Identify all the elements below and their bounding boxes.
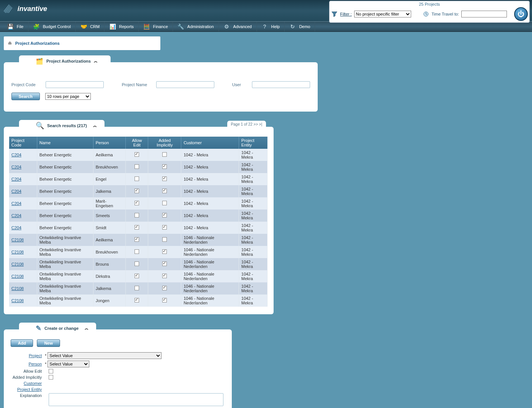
cell-project-code[interactable]: C204	[9, 197, 37, 210]
cell-project-code[interactable]: C204	[9, 185, 37, 197]
cell-impl	[148, 210, 181, 222]
pager[interactable]: Page 1 of 22 >> >|	[227, 121, 266, 128]
filter-link[interactable]: Filter :	[340, 12, 352, 16]
search-button[interactable]: Search	[11, 93, 40, 100]
allow-checkbox[interactable]	[135, 286, 139, 290]
add-button[interactable]: Add	[11, 339, 33, 347]
cell-entity: 1042 - Mekra	[239, 282, 268, 295]
rows-per-page-select[interactable]: 10 rows per page	[45, 93, 91, 100]
cell-project-code[interactable]: C2108	[9, 258, 37, 270]
col-project-code[interactable]: Project Code	[9, 137, 37, 149]
new-button[interactable]: New	[37, 339, 60, 347]
results-tab[interactable]: 🔍 Search results (217) ︽	[19, 120, 104, 131]
allow-checkbox[interactable]	[135, 189, 139, 193]
form-customer-label[interactable]: Customer	[11, 381, 45, 386]
col-name[interactable]: Name	[37, 137, 93, 149]
allow-checkbox[interactable]	[135, 213, 139, 217]
funnel-icon	[331, 11, 338, 17]
allow-checkbox[interactable]	[135, 152, 139, 157]
allow-checkbox[interactable]	[135, 225, 139, 230]
cell-customer: 1046 - Nationale Nederlanden	[181, 246, 239, 258]
allow-checkbox[interactable]	[135, 237, 139, 242]
cell-project-code[interactable]: C204	[9, 222, 37, 234]
menu-reports[interactable]: 📊Reports	[104, 22, 139, 32]
search-panel: 🗂️ Project Authorizations ︽ Project Code…	[4, 62, 318, 112]
table-row: C204Beheer EnergeticSmidt1042 - Mekra104…	[9, 222, 268, 234]
form-tab[interactable]: ✎ Create or change ︽	[19, 323, 96, 334]
cell-project-code[interactable]: C2108	[9, 234, 37, 246]
form-person-select[interactable]: Select Value	[48, 361, 89, 367]
allow-checkbox[interactable]	[135, 298, 139, 302]
allow-checkbox[interactable]	[135, 249, 139, 254]
impl-checkbox[interactable]	[162, 261, 167, 266]
cell-project-code[interactable]: C2108	[9, 295, 37, 307]
form-entity-label[interactable]: Project Entity	[11, 387, 45, 392]
cell-project-code[interactable]: C2108	[9, 282, 37, 295]
cell-project-code[interactable]: C204	[9, 161, 37, 173]
power-button[interactable]: ⏻	[514, 7, 528, 21]
col-customer[interactable]: Customer	[181, 137, 239, 149]
search-tab[interactable]: 🗂️ Project Authorizations ︽	[19, 55, 111, 67]
cell-person: Engel	[93, 173, 126, 185]
cell-project-code[interactable]: C204	[9, 210, 37, 222]
menu-file[interactable]: 💾File	[2, 22, 28, 32]
menu-demo[interactable]: ↻Demo	[285, 22, 315, 32]
allow-checkbox[interactable]	[135, 274, 139, 278]
menu-help[interactable]: ?Help	[257, 22, 285, 32]
form-explanation-input[interactable]	[49, 393, 223, 406]
form-person-label[interactable]: Person	[11, 362, 45, 366]
cell-entity: 1042 - Mekra	[239, 149, 268, 161]
cell-project-code[interactable]: C204	[9, 173, 37, 185]
search-tab-label: Project Authorizations	[46, 59, 91, 63]
impl-checkbox[interactable]	[162, 164, 167, 169]
menu-icon: 💾	[7, 23, 14, 30]
form-allow-checkbox[interactable]	[49, 369, 53, 373]
cell-person: Breukhoven	[93, 246, 126, 258]
impl-checkbox[interactable]	[162, 176, 167, 181]
allow-checkbox[interactable]	[135, 176, 139, 181]
form-project-select[interactable]: Select Value	[48, 352, 162, 359]
allow-checkbox[interactable]	[135, 261, 139, 266]
col-person[interactable]: Person	[93, 137, 126, 149]
table-row: C2108Ontwikkeling Invantive MelbaBreukho…	[9, 246, 268, 258]
project-name-label: Project Name	[122, 82, 150, 87]
impl-checkbox[interactable]	[162, 298, 167, 302]
allow-checkbox[interactable]	[135, 164, 139, 169]
table-row: C204Beheer EnergeticEngel1042 - Mekra104…	[9, 173, 268, 185]
impl-checkbox[interactable]	[162, 274, 167, 278]
menu-advanced[interactable]: ⚙Advanced	[219, 22, 257, 32]
col-project-entity[interactable]: Project Entity	[239, 137, 268, 149]
impl-checkbox[interactable]	[162, 249, 167, 254]
col-added-implicitly[interactable]: Added Implicitly	[148, 137, 181, 149]
impl-checkbox[interactable]	[162, 152, 167, 157]
form-impl-checkbox[interactable]	[49, 375, 53, 380]
impl-checkbox[interactable]	[162, 237, 167, 242]
cell-project-code[interactable]: C2108	[9, 270, 37, 282]
user-input[interactable]	[252, 81, 310, 88]
time-travel-input[interactable]	[461, 11, 507, 17]
menu-budget-control[interactable]: 🧩Budget Control	[28, 22, 76, 32]
menu-label: Demo	[299, 24, 310, 29]
cell-project-code[interactable]: C204	[9, 149, 37, 161]
impl-checkbox[interactable]	[162, 213, 167, 217]
form-project-label[interactable]: Project	[11, 353, 45, 358]
cell-project-code[interactable]: C2108	[9, 246, 37, 258]
filter-select[interactable]: No project specific filter	[354, 11, 411, 17]
menu-finance[interactable]: 🧮Finance	[139, 22, 173, 32]
results-table: Project CodeNamePersonAllow EditAdded Im…	[9, 137, 268, 307]
cell-entity: 1042 - Mekra	[239, 246, 268, 258]
chevron-up-icon: ︽	[93, 123, 97, 128]
col-allow-edit[interactable]: Allow Edit	[126, 137, 148, 149]
cell-entity: 1042 - Mekra	[239, 173, 268, 185]
menu-administration[interactable]: 🔧Administration	[173, 22, 219, 32]
allow-checkbox[interactable]	[135, 201, 139, 205]
impl-checkbox[interactable]	[162, 201, 167, 205]
required-mark: *	[45, 362, 48, 366]
menu-crm[interactable]: 🤝CRM	[76, 22, 104, 32]
impl-checkbox[interactable]	[162, 225, 167, 230]
project-code-input[interactable]	[46, 81, 104, 88]
menu-icon: 📊	[109, 23, 116, 30]
impl-checkbox[interactable]	[162, 189, 167, 193]
impl-checkbox[interactable]	[162, 286, 167, 290]
project-name-input[interactable]	[156, 81, 214, 88]
